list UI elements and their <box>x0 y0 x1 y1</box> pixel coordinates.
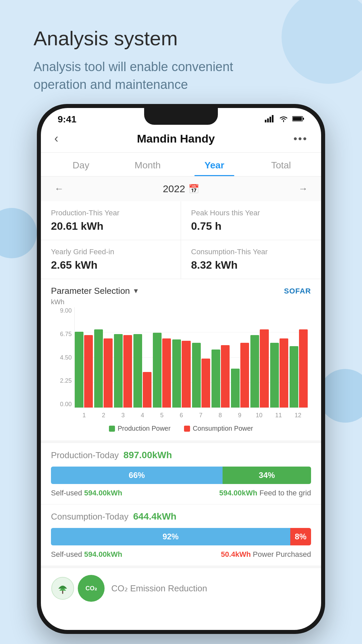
notch <box>144 108 218 125</box>
legend-consumption: Consumption Power <box>184 425 253 432</box>
production-labels: Self-used 594.00kWh 594.00kWh Feed to th… <box>51 489 311 497</box>
x-label: 9 <box>230 410 249 421</box>
bar-red <box>221 345 230 408</box>
self-used-value: 594.00kWh <box>84 489 122 497</box>
bar-red <box>240 343 249 408</box>
bar-group <box>212 307 230 408</box>
bar-green <box>172 339 181 408</box>
tab-month[interactable]: Month <box>114 153 181 176</box>
bar-green <box>231 369 240 408</box>
y-label: 6.75 <box>51 331 74 338</box>
svg-rect-2 <box>269 117 271 122</box>
bg-circle-left <box>0 208 37 258</box>
legend-dot-red <box>184 426 190 432</box>
bar-red <box>280 338 288 408</box>
stat-consumption: Consumption-This Year 8.32 kWh <box>181 240 321 279</box>
tab-day[interactable]: Day <box>48 153 114 176</box>
bar-group <box>231 307 249 408</box>
chart-section: Parameter Selection ▼ SOFAR kWh 9.00 6.7… <box>41 279 321 440</box>
bar-green <box>212 350 220 408</box>
bar-green <box>133 334 142 408</box>
tab-year[interactable]: Year <box>181 153 248 176</box>
y-label: 4.50 <box>51 354 74 361</box>
co2-tree-icon <box>51 577 74 600</box>
chart-legend: Production Power Consumption Power <box>51 421 311 437</box>
chart-header: Parameter Selection ▼ SOFAR <box>51 286 311 296</box>
bar-red <box>143 372 152 408</box>
y-label: 2.25 <box>51 377 74 384</box>
x-label: 3 <box>113 410 133 421</box>
svg-rect-3 <box>272 115 274 122</box>
x-label: 1 <box>74 410 94 421</box>
more-button[interactable]: ••• <box>293 132 308 145</box>
year-nav: ← 2022 📅 → <box>41 176 321 201</box>
next-year-button[interactable]: → <box>298 183 308 194</box>
bar-group <box>94 307 112 408</box>
x-label: 4 <box>133 410 152 421</box>
param-select[interactable]: Parameter Selection ▼ <box>51 286 139 296</box>
page-subtitle: Analysis tool will enable convenient ope… <box>34 58 268 94</box>
production-bar-green: 34% <box>223 467 311 484</box>
calendar-icon[interactable]: 📅 <box>188 184 199 194</box>
bar-chart: 9.00 6.75 4.50 2.25 0.00 123456789101112 <box>51 307 311 421</box>
x-label: 2 <box>94 410 113 421</box>
stat-production: Production-This Year 20.61 kWh <box>41 201 181 240</box>
nav-title: Mandin Handy <box>137 132 215 145</box>
prev-year-button[interactable]: ← <box>54 183 64 194</box>
phone-screen: 9:41 <box>41 108 321 630</box>
bar-group <box>153 307 171 408</box>
co2-icon-area: CO₂ <box>51 575 105 602</box>
stat-grid-feed: Yearly Grid Feed-in 2.65 kWh <box>41 240 181 279</box>
signal-icon <box>265 115 275 124</box>
x-label: 11 <box>269 410 288 421</box>
x-label: 10 <box>249 410 269 421</box>
page-header: Analysis system Analysis tool will enabl… <box>34 27 268 94</box>
legend-dot-green <box>109 426 115 432</box>
consumption-bar-red: 8% <box>290 528 311 545</box>
bar-green <box>114 334 123 408</box>
bar-group <box>250 307 268 408</box>
production-bar-blue: 66% <box>51 467 223 484</box>
bar-red <box>162 338 171 408</box>
dropdown-arrow-icon: ▼ <box>133 287 139 295</box>
bg-circle-top <box>282 0 362 84</box>
chart-unit: kWh <box>51 298 311 306</box>
nav-bar: ‹ Mandin Handy ••• <box>41 128 321 153</box>
tab-total[interactable]: Total <box>248 153 314 176</box>
stats-grid: Production-This Year 20.61 kWh Peak Hour… <box>41 201 321 279</box>
x-label: 8 <box>210 410 230 421</box>
production-title-row: Production-Today 897.00kWh <box>51 450 311 461</box>
bar-green <box>290 346 298 408</box>
production-section: Production-Today 897.00kWh 66% 34% Self-… <box>41 440 321 504</box>
svg-rect-1 <box>267 118 269 122</box>
back-button[interactable]: ‹ <box>54 131 58 146</box>
consumption-bar-blue: 92% <box>51 528 290 545</box>
phone-frame: 9:41 <box>37 104 325 634</box>
bar-red <box>260 329 268 408</box>
brand-logo: SOFAR <box>284 287 311 296</box>
consumption-self-used-value: 594.00kWh <box>84 550 122 558</box>
bar-group <box>290 307 308 408</box>
x-labels: 123456789101112 <box>74 410 308 421</box>
y-label: 9.00 <box>51 307 74 314</box>
production-title: Production-Today <box>51 450 119 461</box>
feed-value: 594.00kWh <box>219 489 257 497</box>
co2-badge: CO₂ <box>78 575 105 602</box>
bar-red <box>201 359 210 408</box>
consumption-bar: 92% 8% <box>51 528 311 545</box>
bar-red <box>123 335 132 408</box>
wifi-icon <box>279 115 288 124</box>
bar-group <box>133 307 152 408</box>
consumption-title-row: Consumption-Today 644.4kWh <box>51 511 311 522</box>
page-title: Analysis system <box>34 27 268 50</box>
x-label: 6 <box>172 410 191 421</box>
bar-group <box>172 307 190 408</box>
co2-label: CO₂ Emission Reduction <box>111 583 207 594</box>
bar-red <box>182 341 190 408</box>
production-bar: 66% 34% <box>51 467 311 484</box>
bar-red <box>104 338 112 408</box>
bar-green <box>270 343 279 408</box>
x-label: 5 <box>152 410 172 421</box>
bar-group <box>192 307 210 408</box>
year-label: 2022 📅 <box>163 183 199 195</box>
